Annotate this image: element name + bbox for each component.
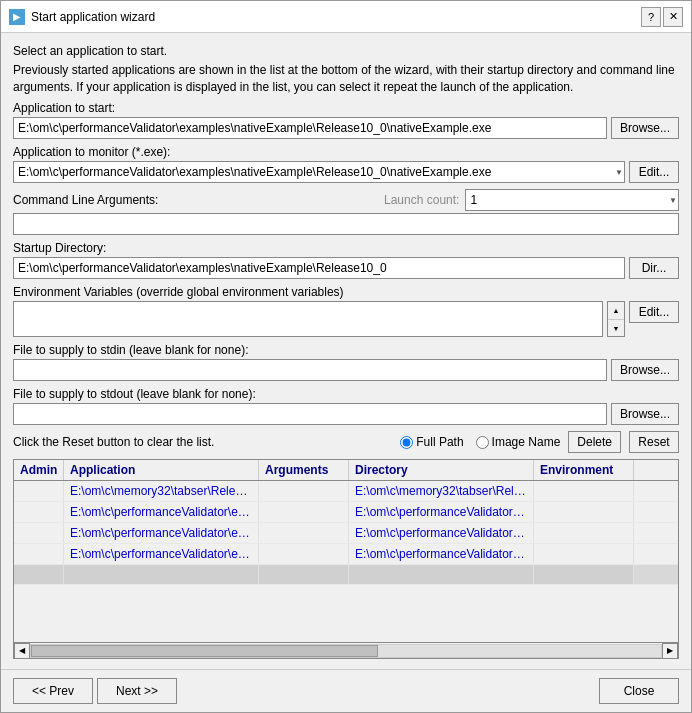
col-header-environment: Environment	[534, 460, 634, 480]
reset-row: Click the Reset button to clear the list…	[13, 431, 679, 453]
app-to-start-group: Application to start: Browse...	[13, 101, 679, 139]
cell-directory-2: E:\om\c\performanceValidator\exa...	[349, 523, 534, 543]
title-bar: ▶ Start application wizard ? ✕	[1, 1, 691, 33]
next-button[interactable]: Next >>	[97, 678, 177, 704]
close-window-button[interactable]: ✕	[663, 7, 683, 27]
launch-count-label: Launch count:	[384, 193, 459, 207]
table-body: E:\om\c\memory32\tabser\Releas... E:\om\…	[14, 481, 678, 642]
launch-count-wrapper: 1 2 3 5 10 ▼	[465, 189, 679, 211]
cell-environment-1	[534, 502, 634, 522]
wizard-window: ▶ Start application wizard ? ✕ Select an…	[0, 0, 692, 713]
scroll-thumb[interactable]	[31, 645, 378, 657]
description-line1: Select an application to start.	[13, 43, 679, 60]
cmd-args-label: Command Line Arguments:	[13, 193, 158, 207]
cell-environment-3	[534, 544, 634, 564]
empty-cell	[534, 565, 634, 584]
table-row[interactable]: E:\om\c\performanceValidator\exa... E:\o…	[14, 544, 678, 565]
scroll-right-button[interactable]: ▶	[662, 643, 678, 659]
empty-cell	[64, 565, 259, 584]
edit-button-2[interactable]: Edit...	[629, 301, 679, 323]
cell-application-0: E:\om\c\memory32\tabser\Releas...	[64, 481, 259, 501]
cell-admin-0	[14, 481, 64, 501]
col-header-directory: Directory	[349, 460, 534, 480]
help-button[interactable]: ?	[641, 7, 661, 27]
cell-environment-2	[534, 523, 634, 543]
empty-cell	[259, 565, 349, 584]
app-to-monitor-select[interactable]: E:\om\c\performanceValidator\examples\na…	[13, 161, 625, 183]
image-name-label: Image Name	[492, 435, 561, 449]
cell-arguments-3	[259, 544, 349, 564]
table-row[interactable]: E:\om\c\performanceValidator\exa... E:\o…	[14, 523, 678, 544]
empty-cell	[349, 565, 534, 584]
horizontal-scrollbar[interactable]: ◀ ▶	[14, 642, 678, 658]
app-to-monitor-group: Application to monitor (*.exe): E:\om\c\…	[13, 145, 679, 183]
startup-dir-label: Startup Directory:	[13, 241, 679, 255]
startup-dir-input[interactable]	[13, 257, 625, 279]
stdin-label: File to supply to stdin (leave blank for…	[13, 343, 679, 357]
edit-button-1[interactable]: Edit...	[629, 161, 679, 183]
description-group: Select an application to start. Previous…	[13, 43, 679, 95]
cell-environment-0	[534, 481, 634, 501]
description-line2: Previously started applications are show…	[13, 62, 679, 96]
scroll-track[interactable]	[30, 644, 662, 658]
cmd-args-label-row: Command Line Arguments: Launch count: 1 …	[13, 189, 679, 211]
reset-button[interactable]: Reset	[629, 431, 679, 453]
full-path-radio[interactable]	[400, 436, 413, 449]
window-title: Start application wizard	[31, 10, 155, 24]
env-spin-up-button[interactable]: ▲	[608, 302, 624, 320]
app-to-monitor-select-wrapper: E:\om\c\performanceValidator\examples\na…	[13, 161, 625, 183]
cell-admin-1	[14, 502, 64, 522]
browse-button-3[interactable]: Browse...	[611, 403, 679, 425]
cmd-args-input[interactable]	[13, 213, 679, 235]
cell-directory-3: E:\om\c\performanceValidator\exa...	[349, 544, 534, 564]
startup-dir-group: Startup Directory: Dir...	[13, 241, 679, 279]
cell-application-3: E:\om\c\performanceValidator\exa...	[64, 544, 259, 564]
empty-cell	[14, 565, 64, 584]
stdin-row: Browse...	[13, 359, 679, 381]
app-to-monitor-row: E:\om\c\performanceValidator\examples\na…	[13, 161, 679, 183]
cell-directory-0: E:\om\c\memory32\tabser\Release	[349, 481, 534, 501]
main-content: Select an application to start. Previous…	[1, 33, 691, 669]
env-vars-group: Environment Variables (override global e…	[13, 285, 679, 337]
footer-nav-buttons: << Prev Next >>	[13, 678, 177, 704]
stdin-input[interactable]	[13, 359, 607, 381]
app-to-start-input[interactable]	[13, 117, 607, 139]
table-header: Admin Application Arguments Directory En…	[14, 460, 678, 481]
stdout-label: File to supply to stdout (leave blank fo…	[13, 387, 679, 401]
stdin-group: File to supply to stdin (leave blank for…	[13, 343, 679, 381]
dir-button[interactable]: Dir...	[629, 257, 679, 279]
scroll-left-button[interactable]: ◀	[14, 643, 30, 659]
full-path-radio-label[interactable]: Full Path	[400, 435, 463, 449]
image-name-radio-label[interactable]: Image Name	[476, 435, 561, 449]
browse-button-1[interactable]: Browse...	[611, 117, 679, 139]
cell-arguments-2	[259, 523, 349, 543]
app-to-monitor-label: Application to monitor (*.exe):	[13, 145, 679, 159]
env-vars-row: ▲ ▼ Edit...	[13, 301, 679, 337]
table-row[interactable]: E:\om\c\memory32\tabser\Releas... E:\om\…	[14, 481, 678, 502]
col-header-application: Application	[64, 460, 259, 480]
app-to-start-label: Application to start:	[13, 101, 679, 115]
footer: << Prev Next >> Close	[1, 669, 691, 712]
stdout-input[interactable]	[13, 403, 607, 425]
close-button[interactable]: Close	[599, 678, 679, 704]
delete-button[interactable]: Delete	[568, 431, 621, 453]
cell-admin-3	[14, 544, 64, 564]
cell-application-2: E:\om\c\performanceValidator\exa...	[64, 523, 259, 543]
image-name-radio[interactable]	[476, 436, 489, 449]
startup-dir-row: Dir...	[13, 257, 679, 279]
env-vars-textarea[interactable]	[13, 301, 603, 337]
browse-button-2[interactable]: Browse...	[611, 359, 679, 381]
cmd-args-group: Command Line Arguments: Launch count: 1 …	[13, 189, 679, 235]
env-spin-down-button[interactable]: ▼	[608, 320, 624, 337]
app-icon: ▶	[9, 9, 25, 25]
stdout-group: File to supply to stdout (leave blank fo…	[13, 387, 679, 425]
cell-directory-1: E:\om\c\performanceValidator\exa...	[349, 502, 534, 522]
col-header-arguments: Arguments	[259, 460, 349, 480]
cell-application-1: E:\om\c\performanceValidator\exa...	[64, 502, 259, 522]
launch-count-select[interactable]: 1 2 3 5 10	[465, 189, 679, 211]
applications-table: Admin Application Arguments Directory En…	[13, 459, 679, 659]
env-spin-buttons: ▲ ▼	[607, 301, 625, 337]
prev-button[interactable]: << Prev	[13, 678, 93, 704]
table-row[interactable]: E:\om\c\performanceValidator\exa... E:\o…	[14, 502, 678, 523]
cmd-args-input-row	[13, 213, 679, 235]
